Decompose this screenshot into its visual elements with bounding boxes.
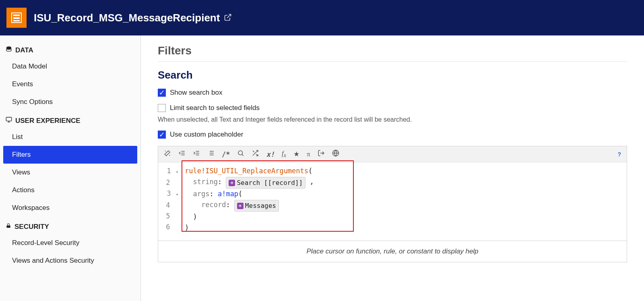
limit-search-checkbox[interactable] bbox=[158, 104, 166, 112]
func-map: a!map bbox=[218, 190, 238, 198]
svg-rect-8 bbox=[6, 225, 10, 228]
editor-toolbar: /* x! fx ★ π ? bbox=[158, 146, 627, 162]
limit-search-help: When unselected, all Text and Integer fi… bbox=[158, 116, 627, 123]
custom-placeholder-label: Use custom placeholder bbox=[170, 131, 243, 139]
app-header: ISU_Record_MSG_MessageRecipient bbox=[0, 0, 644, 35]
export-icon[interactable] bbox=[318, 149, 325, 159]
param-args: args bbox=[193, 190, 209, 198]
sidebar-item-record-level-security[interactable]: Record-Level Security bbox=[3, 234, 137, 252]
sidebar-section-label: USER EXPERIENCE bbox=[15, 117, 80, 125]
line-gutter: 1 ▾ 2 3 ▾ 4 5 6 bbox=[158, 162, 182, 241]
sidebar-section-ux: USER EXPERIENCE bbox=[3, 113, 137, 128]
sidebar-section-data: DATA bbox=[3, 43, 137, 58]
svg-line-22 bbox=[242, 155, 244, 156]
sidebar-item-events[interactable]: Events bbox=[3, 75, 137, 93]
param-string: string bbox=[193, 178, 217, 186]
search-icon[interactable] bbox=[237, 149, 244, 159]
star-icon[interactable]: ★ bbox=[293, 150, 299, 158]
sidebar-item-sync-options[interactable]: Sync Options bbox=[3, 93, 137, 111]
rule-token: rule!ISU_UTIL_ReplaceArguments bbox=[185, 167, 308, 175]
sidebar-item-views[interactable]: Views bbox=[3, 164, 137, 181]
fx-icon[interactable]: fx bbox=[282, 149, 286, 159]
sidebar-section-label: DATA bbox=[15, 46, 33, 54]
code-text[interactable]: rule!ISU_UTIL_ReplaceArguments( string: … bbox=[182, 162, 627, 241]
database-icon bbox=[6, 46, 12, 54]
sidebar-section-security: SECURITY bbox=[3, 219, 137, 234]
svg-rect-3 bbox=[13, 20, 20, 21]
sidebar-item-data-model[interactable]: Data Model bbox=[3, 58, 137, 75]
sidebar-item-views-actions-security[interactable]: Views and Actions Security bbox=[3, 252, 137, 270]
sidebar-item-list[interactable]: List bbox=[3, 128, 137, 146]
record-type-icon bbox=[6, 8, 27, 28]
svg-rect-1 bbox=[13, 15, 20, 16]
pi-icon[interactable]: π bbox=[307, 150, 310, 158]
shuffle-icon[interactable] bbox=[252, 149, 259, 159]
page-header-title: ISU_Record_MSG_MessageRecipient bbox=[34, 12, 232, 24]
page-title: Filters bbox=[158, 44, 627, 62]
limit-search-label: Limit search to selected fields bbox=[170, 104, 260, 112]
sidebar-item-filters[interactable]: Filters bbox=[3, 146, 137, 164]
param-record: record bbox=[201, 201, 226, 209]
translation-icon: ⊕ bbox=[237, 203, 244, 209]
monitor-icon bbox=[6, 116, 12, 125]
show-search-box-label: Show search box bbox=[170, 89, 222, 97]
sidebar-item-workspaces[interactable]: Workspaces bbox=[3, 199, 137, 217]
show-search-box-checkbox[interactable]: ✓ bbox=[158, 89, 166, 97]
outdent-icon[interactable] bbox=[178, 149, 186, 159]
translation-icon: ⊕ bbox=[229, 180, 235, 186]
magic-wand-icon[interactable] bbox=[164, 149, 171, 159]
editor-hint: Place cursor on function, rule, or const… bbox=[158, 241, 627, 262]
svg-point-21 bbox=[238, 151, 243, 155]
svg-rect-5 bbox=[6, 117, 11, 121]
custom-placeholder-checkbox[interactable]: ✓ bbox=[158, 131, 166, 139]
translation-chip-messages[interactable]: ⊕Messages bbox=[234, 200, 279, 212]
section-title: Search bbox=[158, 69, 627, 81]
comment-icon[interactable]: /* bbox=[222, 150, 230, 158]
lock-icon bbox=[6, 222, 11, 231]
globe-icon[interactable] bbox=[332, 149, 339, 159]
sidebar: DATA Data Model Events Sync Options USER… bbox=[0, 35, 141, 301]
x-bang-icon[interactable]: x! bbox=[266, 150, 274, 158]
svg-rect-2 bbox=[13, 17, 20, 19]
svg-line-25 bbox=[253, 151, 254, 152]
sidebar-section-label: SECURITY bbox=[14, 223, 49, 231]
expression-editor: /* x! fx ★ π ? 1 ▾ 2 3 ▾ 4 5 6 bbox=[158, 146, 627, 262]
open-external-icon[interactable] bbox=[224, 12, 232, 24]
record-name: ISU_Record_MSG_MessageRecipient bbox=[34, 12, 220, 24]
help-icon[interactable]: ? bbox=[617, 151, 621, 158]
indent-icon[interactable] bbox=[193, 149, 200, 159]
main-content: Filters Search ✓ Show search box Limit s… bbox=[141, 35, 644, 301]
code-area[interactable]: 1 ▾ 2 3 ▾ 4 5 6 rule!ISU_UTIL_ReplaceArg… bbox=[158, 162, 627, 241]
list-icon[interactable] bbox=[207, 149, 215, 159]
translation-chip-search[interactable]: ⊕Search [[record]] bbox=[226, 177, 305, 189]
sidebar-item-actions[interactable]: Actions bbox=[3, 181, 137, 199]
